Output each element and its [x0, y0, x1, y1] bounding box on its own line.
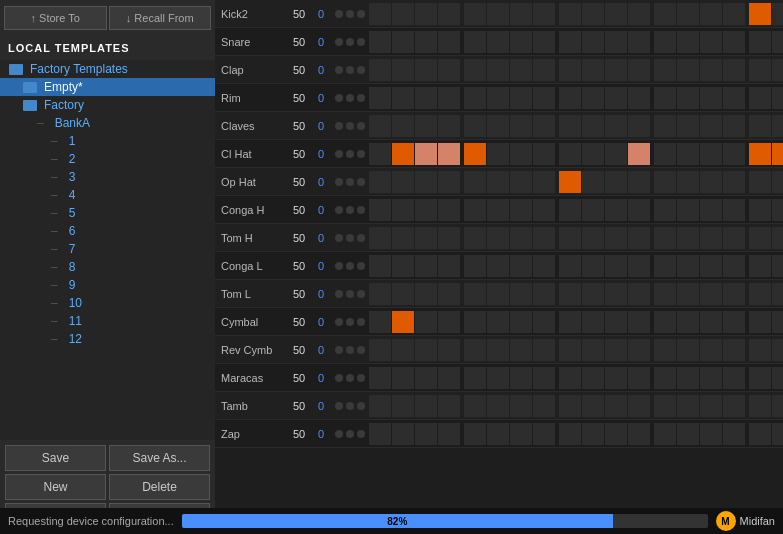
grid-cell[interactable]: [392, 59, 414, 81]
grid-cell[interactable]: [415, 115, 437, 137]
grid-cell[interactable]: [654, 255, 676, 277]
grid-cell[interactable]: [392, 3, 414, 25]
tree-item-empty[interactable]: Empty*: [0, 78, 215, 96]
grid-cell[interactable]: [582, 395, 604, 417]
tree-item-6[interactable]: –6: [0, 222, 215, 240]
grid-cell[interactable]: [392, 339, 414, 361]
grid-cell[interactable]: [700, 311, 722, 333]
new-button[interactable]: New: [5, 474, 106, 500]
grid-cell[interactable]: [533, 199, 555, 221]
grid-cell[interactable]: [559, 395, 581, 417]
grid-cell[interactable]: [700, 227, 722, 249]
grid-cell[interactable]: [700, 3, 722, 25]
grid-cell[interactable]: [369, 115, 391, 137]
grid-cell[interactable]: [559, 59, 581, 81]
grid-cell[interactable]: [533, 171, 555, 193]
drum-pan[interactable]: 0: [311, 232, 331, 244]
grid-cell[interactable]: [415, 339, 437, 361]
grid-cell[interactable]: [559, 199, 581, 221]
tree-item-11[interactable]: –11: [0, 312, 215, 330]
drum-volume[interactable]: 50: [287, 204, 311, 216]
grid-cell[interactable]: [628, 59, 650, 81]
grid-cell[interactable]: [392, 255, 414, 277]
drum-volume[interactable]: 50: [287, 92, 311, 104]
grid-cell[interactable]: [559, 31, 581, 53]
grid-cell[interactable]: [628, 143, 650, 165]
grid-cell[interactable]: [628, 199, 650, 221]
drum-pan[interactable]: 0: [311, 36, 331, 48]
grid-cell[interactable]: [654, 31, 676, 53]
grid-cell[interactable]: [582, 87, 604, 109]
grid-cell[interactable]: [723, 227, 745, 249]
drum-pan[interactable]: 0: [311, 120, 331, 132]
save-button[interactable]: Save: [5, 445, 106, 471]
grid-cell[interactable]: [700, 255, 722, 277]
grid-cell[interactable]: [749, 311, 771, 333]
tree-item-1[interactable]: –1: [0, 132, 215, 150]
grid-cell[interactable]: [723, 143, 745, 165]
drum-volume[interactable]: 50: [287, 260, 311, 272]
grid-cell[interactable]: [628, 115, 650, 137]
grid-cell[interactable]: [369, 227, 391, 249]
grid-cell[interactable]: [772, 227, 783, 249]
grid-cell[interactable]: [487, 283, 509, 305]
grid-cell[interactable]: [559, 143, 581, 165]
grid-cell[interactable]: [487, 87, 509, 109]
grid-cell[interactable]: [605, 423, 627, 445]
grid-cell[interactable]: [723, 59, 745, 81]
grid-cell[interactable]: [772, 311, 783, 333]
grid-cell[interactable]: [772, 395, 783, 417]
grid-cell[interactable]: [723, 339, 745, 361]
grid-cell[interactable]: [369, 143, 391, 165]
grid-cell[interactable]: [605, 87, 627, 109]
grid-cell[interactable]: [605, 367, 627, 389]
grid-cell[interactable]: [464, 31, 486, 53]
grid-cell[interactable]: [582, 423, 604, 445]
grid-cell[interactable]: [654, 311, 676, 333]
grid-cell[interactable]: [487, 199, 509, 221]
grid-cell[interactable]: [582, 171, 604, 193]
grid-cell[interactable]: [392, 199, 414, 221]
grid-cell[interactable]: [510, 283, 532, 305]
grid-cell[interactable]: [415, 283, 437, 305]
grid-cell[interactable]: [749, 283, 771, 305]
drum-pan[interactable]: 0: [311, 204, 331, 216]
drum-volume[interactable]: 50: [287, 8, 311, 20]
grid-cell[interactable]: [628, 87, 650, 109]
grid-cell[interactable]: [510, 255, 532, 277]
grid-cell[interactable]: [533, 143, 555, 165]
grid-cell[interactable]: [487, 311, 509, 333]
grid-cell[interactable]: [392, 395, 414, 417]
grid-cell[interactable]: [628, 395, 650, 417]
grid-cell[interactable]: [533, 395, 555, 417]
save-as-button[interactable]: Save As...: [109, 445, 210, 471]
grid-cell[interactable]: [415, 311, 437, 333]
tree-area[interactable]: Factory TemplatesEmpty*Factory–BankA–1–2…: [0, 60, 215, 440]
grid-cell[interactable]: [559, 171, 581, 193]
grid-cell[interactable]: [369, 199, 391, 221]
grid-cell[interactable]: [415, 171, 437, 193]
tree-item-7[interactable]: –7: [0, 240, 215, 258]
grid-cell[interactable]: [723, 115, 745, 137]
grid-cell[interactable]: [559, 423, 581, 445]
grid-cell[interactable]: [582, 199, 604, 221]
grid-cell[interactable]: [582, 255, 604, 277]
grid-cell[interactable]: [464, 367, 486, 389]
grid-cell[interactable]: [654, 115, 676, 137]
grid-cell[interactable]: [677, 227, 699, 249]
grid-cell[interactable]: [510, 115, 532, 137]
grid-cell[interactable]: [654, 423, 676, 445]
drum-volume[interactable]: 50: [287, 372, 311, 384]
drum-volume[interactable]: 50: [287, 428, 311, 440]
grid-cell[interactable]: [677, 87, 699, 109]
grid-cell[interactable]: [487, 423, 509, 445]
grid-cell[interactable]: [415, 143, 437, 165]
grid-cell[interactable]: [415, 199, 437, 221]
grid-cell[interactable]: [772, 143, 783, 165]
tree-item-banka[interactable]: –BankA: [0, 114, 215, 132]
grid-cell[interactable]: [605, 255, 627, 277]
grid-cell[interactable]: [677, 283, 699, 305]
tree-item-10[interactable]: –10: [0, 294, 215, 312]
grid-cell[interactable]: [487, 115, 509, 137]
grid-cell[interactable]: [654, 395, 676, 417]
